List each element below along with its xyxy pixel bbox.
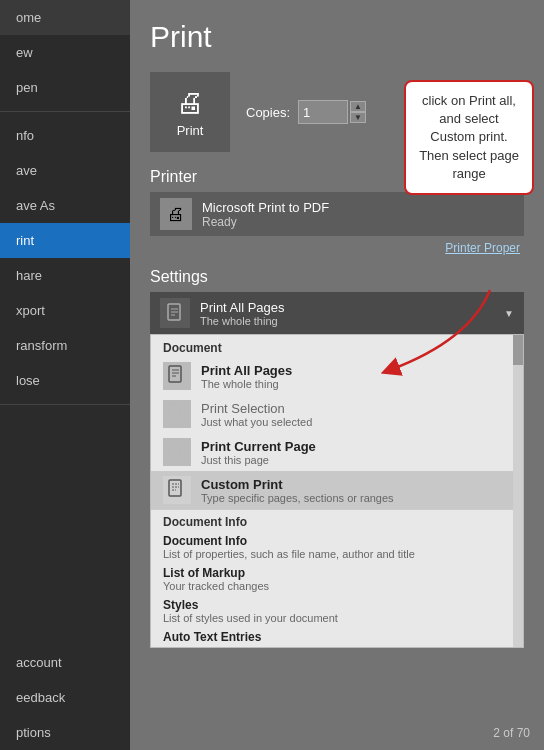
- dropdown-option-print-selection[interactable]: Print Selection Just what you selected: [151, 395, 523, 433]
- print-selection-icon: [163, 400, 191, 428]
- custom-print-text: Custom Print Type specific pages, sectio…: [201, 477, 394, 504]
- print-selection-option-sub: Just what you selected: [201, 416, 312, 428]
- printer-info: Microsoft Print to PDF Ready: [202, 200, 329, 229]
- custom-print-option-main: Custom Print: [201, 477, 394, 492]
- print-button[interactable]: 🖨 Print: [150, 72, 230, 152]
- svg-rect-8: [169, 404, 181, 420]
- copies-value: 1: [298, 100, 348, 124]
- doc-info-title-4: Auto Text Entries: [163, 630, 511, 644]
- sidebar: ome ew pen nfo ave ave As rint hare xpor…: [0, 0, 130, 750]
- doc-info-title-3: Styles: [163, 598, 511, 612]
- printer-icon-box: 🖨: [160, 198, 192, 230]
- printer-name: Microsoft Print to PDF: [202, 200, 329, 215]
- copies-spinner: ▲ ▼: [350, 101, 366, 123]
- sidebar-item-export[interactable]: xport: [0, 293, 130, 328]
- dropdown-option-custom-print[interactable]: Custom Print Type specific pages, sectio…: [151, 471, 523, 509]
- sidebar-item-transform[interactable]: ransform: [0, 328, 130, 363]
- document-icon: [165, 303, 185, 323]
- sidebar-item-save[interactable]: ave: [0, 153, 130, 188]
- copies-area: Copies: 1 ▲ ▼: [246, 100, 366, 124]
- doc-info-desc-3: List of styles used in your document: [163, 612, 511, 624]
- scrollbar-track: [513, 335, 523, 647]
- sidebar-item-home[interactable]: ome: [0, 0, 130, 35]
- copies-up-button[interactable]: ▲: [350, 101, 366, 112]
- svg-rect-12: [171, 448, 179, 454]
- doc-info-desc-1: List of properties, such as file name, a…: [163, 548, 511, 560]
- print-current-option-main: Print Current Page: [201, 439, 316, 454]
- svg-rect-13: [169, 480, 181, 496]
- dropdown-option-print-current[interactable]: Print Current Page Just this page: [151, 433, 523, 471]
- doc-info-item-2[interactable]: List of Markup Your tracked changes: [151, 563, 523, 595]
- doc-info-desc-2: Your tracked changes: [163, 580, 511, 592]
- sidebar-item-account[interactable]: account: [0, 645, 130, 680]
- dropdown-icon: [160, 298, 190, 328]
- sidebar-item-feedback[interactable]: eedback: [0, 680, 130, 715]
- callout-text: click on Print all, and select Custom pr…: [419, 93, 519, 181]
- custom-print-option-sub: Type specific pages, sections or ranges: [201, 492, 394, 504]
- print-selection-option-main: Print Selection: [201, 401, 312, 416]
- printer-status: Ready: [202, 215, 329, 229]
- sidebar-item-options[interactable]: ptions: [0, 715, 130, 750]
- sidebar-divider-2: [0, 404, 130, 405]
- print-selection-text: Print Selection Just what you selected: [201, 401, 312, 428]
- doc-info-item-3[interactable]: Styles List of styles used in your docum…: [151, 595, 523, 627]
- scrollbar-thumb[interactable]: [513, 335, 523, 365]
- print-all-option-main: Print All Pages: [201, 363, 292, 378]
- custom-print-icon: [163, 476, 191, 504]
- print-current-option-sub: Just this page: [201, 454, 316, 466]
- doc-info-header: Document Info: [151, 510, 523, 531]
- doc-info-section: Document Info Document Info List of prop…: [151, 509, 523, 647]
- print-current-icon: [163, 438, 191, 466]
- main-content: Print 🖨 Print Copies: 1 ▲ ▼ Printer 🖨: [130, 0, 544, 750]
- svg-rect-4: [169, 366, 181, 382]
- sidebar-bottom: account eedback ptions: [0, 645, 130, 750]
- red-arrow: [290, 280, 510, 400]
- sidebar-item-info[interactable]: nfo: [0, 118, 130, 153]
- copies-down-button[interactable]: ▼: [350, 112, 366, 123]
- doc-info-item-1[interactable]: Document Info List of properties, such a…: [151, 531, 523, 563]
- sidebar-divider-1: [0, 111, 130, 112]
- doc-info-title-1: Document Info: [163, 534, 511, 548]
- printer-box: 🖨 Microsoft Print to PDF Ready: [150, 192, 524, 236]
- print-button-label: Print: [177, 123, 204, 138]
- copies-label: Copies:: [246, 105, 290, 120]
- sidebar-item-close[interactable]: lose: [0, 363, 130, 398]
- sidebar-item-save-as[interactable]: ave As: [0, 188, 130, 223]
- print-all-text: Print All Pages The whole thing: [201, 363, 292, 390]
- printer-properties-link[interactable]: Printer Proper: [441, 239, 524, 257]
- doc-info-title-2: List of Markup: [163, 566, 511, 580]
- sidebar-item-share[interactable]: hare: [0, 258, 130, 293]
- printer-device-icon: 🖨: [167, 204, 185, 225]
- sidebar-item-print[interactable]: rint: [0, 223, 130, 258]
- sidebar-item-open[interactable]: pen: [0, 70, 130, 105]
- print-current-text: Print Current Page Just this page: [201, 439, 316, 466]
- page-number: 2 of 70: [493, 726, 530, 740]
- callout-tooltip: click on Print all, and select Custom pr…: [404, 80, 534, 195]
- doc-info-item-4[interactable]: Auto Text Entries: [151, 627, 523, 647]
- page-title: Print: [150, 20, 524, 54]
- print-all-icon: [163, 362, 191, 390]
- sidebar-item-new[interactable]: ew: [0, 35, 130, 70]
- printer-icon: 🖨: [176, 86, 204, 119]
- print-all-option-sub: The whole thing: [201, 378, 292, 390]
